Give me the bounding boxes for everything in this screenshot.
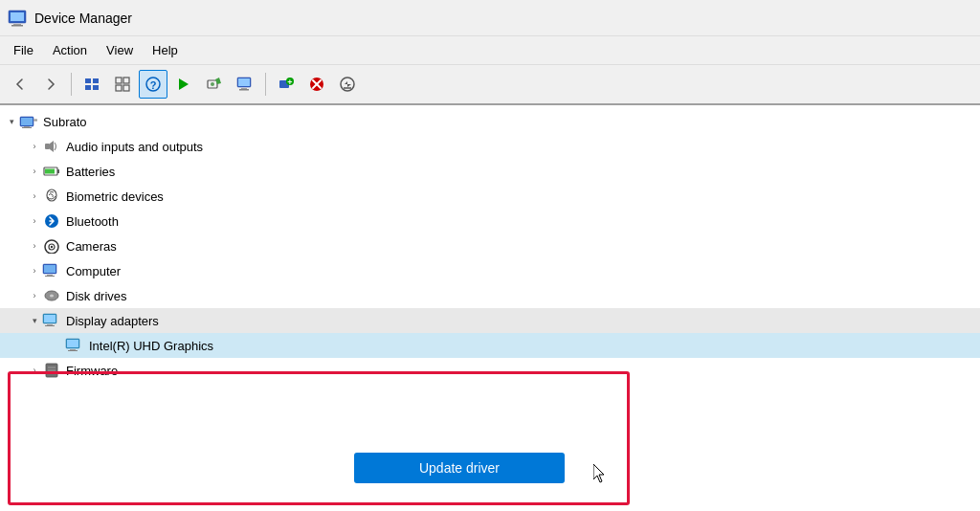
- main-content: ▾ Subrato ›: [0, 105, 980, 511]
- svg-rect-58: [67, 340, 78, 347]
- batteries-label: Batteries: [66, 165, 115, 179]
- toolbar-sep-2: [265, 73, 266, 96]
- tree-item-display[interactable]: ▾ Display adapters: [0, 308, 980, 333]
- root-chevron[interactable]: ▾: [4, 114, 19, 129]
- svg-rect-1: [11, 12, 24, 21]
- toolbar-forward[interactable]: [36, 70, 65, 99]
- bluetooth-chevron[interactable]: ›: [27, 213, 42, 229]
- svg-rect-11: [123, 85, 129, 91]
- tree-item-disk[interactable]: › Disk drives: [0, 283, 980, 308]
- svg-text:+: +: [287, 78, 292, 87]
- cameras-label: Cameras: [66, 239, 117, 254]
- svg-point-45: [51, 246, 53, 248]
- cameras-icon: [42, 236, 61, 256]
- svg-rect-3: [11, 25, 23, 27]
- tree-item-bluetooth[interactable]: › Bluetooth: [0, 209, 980, 233]
- firmware-label: Firmware: [66, 364, 118, 378]
- toolbar-monitor[interactable]: [231, 70, 259, 99]
- toolbar-add[interactable]: +: [272, 70, 301, 99]
- intel-icon: [65, 336, 84, 355]
- tree-item-batteries[interactable]: › Batteries: [0, 159, 980, 184]
- tree-item-audio[interactable]: › Audio inputs and outputs: [0, 134, 980, 159]
- audio-icon: [42, 137, 61, 156]
- computer-icon: [42, 261, 61, 280]
- audio-chevron[interactable]: ›: [27, 139, 42, 154]
- toolbar-play[interactable]: [169, 70, 198, 99]
- svg-rect-54: [44, 315, 56, 322]
- disk-icon: [42, 286, 61, 305]
- toolbar-sep-1: [71, 73, 72, 96]
- svg-rect-60: [68, 350, 78, 351]
- svg-rect-56: [45, 325, 55, 326]
- toolbar-scan[interactable]: [200, 70, 229, 99]
- tree-item-computer[interactable]: › Computer: [0, 258, 980, 283]
- svg-rect-8: [116, 78, 122, 83]
- tree-item-intel-uhd[interactable]: › Intel(R) UHD Graphics: [0, 333, 980, 358]
- root-label: Subrato: [43, 115, 87, 129]
- svg-rect-34: [22, 127, 32, 128]
- svg-rect-9: [123, 78, 129, 83]
- toolbar-download[interactable]: [333, 70, 362, 99]
- toolbar-uninstall[interactable]: [302, 70, 331, 99]
- toolbar-view-resources[interactable]: [108, 70, 137, 99]
- toolbar-properties[interactable]: ?: [139, 70, 167, 99]
- computer-chevron[interactable]: ›: [27, 263, 42, 278]
- tree-item-firmware[interactable]: › Firmware: [0, 358, 980, 383]
- biometric-icon: [42, 187, 61, 206]
- menu-action[interactable]: Action: [43, 40, 97, 60]
- svg-point-52: [50, 295, 54, 298]
- svg-rect-47: [44, 265, 56, 273]
- batteries-chevron[interactable]: ›: [27, 164, 42, 179]
- svg-point-17: [211, 82, 214, 86]
- intel-label: Intel(R) UHD Graphics: [89, 339, 213, 353]
- app-title: Device Manager: [34, 11, 132, 26]
- tree-panel[interactable]: ▾ Subrato ›: [0, 105, 980, 511]
- svg-rect-10: [116, 85, 122, 91]
- svg-rect-39: [57, 169, 59, 173]
- svg-text:?: ?: [150, 79, 157, 91]
- svg-rect-19: [238, 78, 250, 86]
- biometric-label: Biometric devices: [66, 189, 164, 204]
- svg-marker-14: [179, 78, 189, 90]
- tree-item-cameras[interactable]: › Cameras: [0, 233, 980, 258]
- svg-marker-16: [215, 78, 221, 84]
- svg-rect-6: [93, 78, 99, 83]
- audio-label: Audio inputs and outputs: [66, 140, 203, 154]
- svg-rect-37: [45, 144, 50, 149]
- update-driver-button[interactable]: Update driver: [354, 453, 565, 483]
- root-icon: [19, 112, 38, 131]
- display-chevron[interactable]: ▾: [27, 313, 42, 328]
- tree-item-biometric[interactable]: › Biometric devices: [0, 184, 980, 209]
- menu-view[interactable]: View: [97, 40, 143, 60]
- menu-help[interactable]: Help: [143, 40, 188, 60]
- svg-rect-7: [93, 85, 99, 90]
- disk-chevron[interactable]: ›: [27, 288, 42, 303]
- menu-file[interactable]: File: [4, 40, 43, 60]
- svg-rect-21: [239, 89, 249, 91]
- svg-rect-32: [21, 118, 33, 125]
- display-label: Display adapters: [66, 314, 159, 328]
- bluetooth-icon: [42, 211, 61, 231]
- svg-marker-29: [345, 81, 351, 87]
- svg-rect-4: [85, 78, 91, 83]
- svg-rect-40: [45, 169, 55, 174]
- firmware-icon: [42, 361, 61, 380]
- disk-label: Disk drives: [66, 289, 127, 303]
- toolbar: ? +: [0, 65, 980, 105]
- toolbar-back[interactable]: [6, 70, 34, 99]
- svg-rect-5: [85, 85, 91, 90]
- bluetooth-label: Bluetooth: [66, 214, 119, 229]
- app-icon: [8, 9, 27, 28]
- toolbar-show-hide[interactable]: [78, 70, 106, 99]
- computer-label: Computer: [66, 264, 121, 278]
- biometric-chevron[interactable]: ›: [27, 189, 42, 204]
- display-icon: [42, 311, 61, 330]
- svg-rect-49: [45, 276, 55, 277]
- batteries-icon: [42, 162, 61, 181]
- tree-root[interactable]: ▾ Subrato: [0, 109, 980, 134]
- firmware-chevron[interactable]: ›: [27, 363, 42, 378]
- menu-bar: File Action View Help: [0, 36, 980, 65]
- cameras-chevron[interactable]: ›: [27, 238, 42, 254]
- title-bar: Device Manager: [0, 0, 980, 36]
